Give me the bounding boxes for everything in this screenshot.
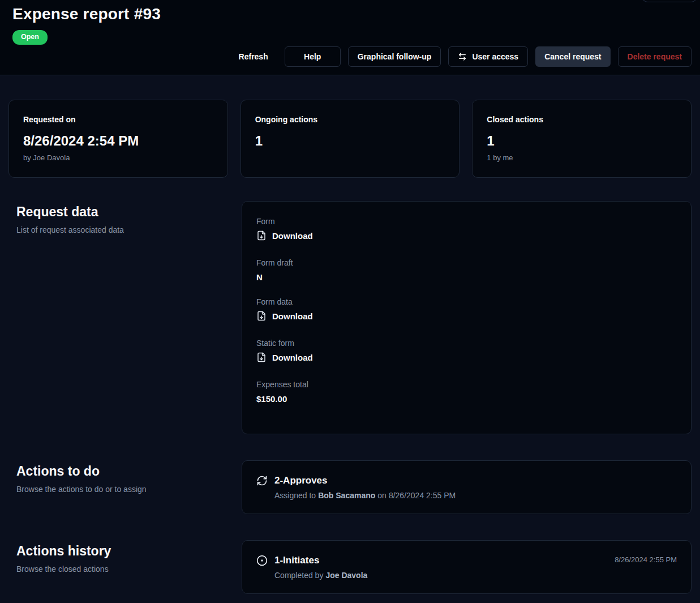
form-download-link[interactable]: Download: [256, 230, 313, 241]
closed-actions-count: 1: [487, 132, 677, 149]
actions-to-do-section: Actions to do Browse the actions to do o…: [8, 460, 692, 514]
closed-actions-card: Closed actions 1 1 by me: [472, 100, 692, 178]
actions-history-section: Actions history Browse the closed action…: [8, 540, 692, 594]
action-title: 2-Approves: [274, 474, 456, 487]
refresh-button[interactable]: Refresh: [230, 46, 277, 67]
form-data-field: Form data Download: [256, 297, 677, 323]
help-button[interactable]: Help: [285, 46, 341, 67]
action-main: 2-Approves Assigned toBob Sacamanoon8/26…: [256, 474, 456, 500]
action-text: 1-Initiates Completed byJoe Davola: [274, 554, 367, 580]
section-heading: Request data: [16, 203, 225, 220]
field-label: Static form: [256, 339, 677, 348]
static-form-field: Static form Download: [256, 339, 677, 365]
download-label: Download: [272, 231, 313, 241]
section-heading: Actions history: [16, 542, 225, 559]
form-draft-field: Form draft N: [256, 258, 677, 282]
assignee-name: Bob Sacamano: [318, 491, 375, 500]
actions-history-panel: 1-Initiates Completed byJoe Davola 8/26/…: [242, 540, 692, 594]
actions-history-heading-block: Actions history Browse the closed action…: [8, 540, 242, 574]
download-label: Download: [272, 311, 313, 321]
refresh-icon: [256, 475, 268, 486]
action-text: 2-Approves Assigned toBob Sacamanoon8/26…: [274, 474, 456, 500]
field-label: Form data: [256, 297, 677, 306]
ongoing-actions-count: 1: [255, 132, 445, 149]
toolbar: Refresh Help Graphical follow-up User ac…: [230, 46, 692, 67]
circle-dot-icon: [256, 555, 268, 566]
action-main: 1-Initiates Completed byJoe Davola: [256, 554, 367, 580]
action-assignment: Assigned toBob Sacamanoon8/26/2024 2:55 …: [274, 491, 456, 500]
history-timestamp: 8/26/2024 2:55 PM: [615, 555, 677, 564]
file-down-icon: [256, 352, 267, 362]
card-title: Closed actions: [487, 115, 677, 124]
requested-on-value: 8/26/2024 2:54 PM: [23, 132, 213, 149]
static-form-download-link[interactable]: Download: [256, 352, 313, 362]
action-to-do-item[interactable]: 2-Approves Assigned toBob Sacamanoon8/26…: [242, 460, 692, 514]
actions-to-do-panel: 2-Approves Assigned toBob Sacamanoon8/26…: [242, 460, 692, 514]
section-subheading: Browse the closed actions: [16, 564, 225, 574]
ongoing-actions-card: Ongoing actions 1: [241, 100, 460, 178]
assigned-prefix: Assigned to: [274, 491, 316, 500]
main-content: Requested on 8/26/2024 2:54 PM by Joe Da…: [0, 100, 700, 594]
request-data-card: Form Download Form draft N Form: [242, 201, 692, 434]
scrolled-element-fragment: [642, 0, 697, 2]
closed-by-me-count: 1 by me: [487, 153, 677, 162]
expenses-total-field: Expenses total $150.00: [256, 380, 677, 404]
request-data-section: Request data List of request associated …: [8, 201, 692, 434]
page-title: Expense report #93: [12, 3, 692, 25]
request-data-heading-block: Request data List of request associated …: [8, 201, 242, 234]
request-data-panel: Form Download Form draft N Form: [242, 201, 692, 434]
user-access-label: User access: [472, 52, 518, 61]
delete-request-button[interactable]: Delete request: [618, 46, 692, 67]
file-down-icon: [256, 311, 267, 321]
user-access-button[interactable]: User access: [448, 46, 528, 67]
file-down-icon: [256, 230, 267, 241]
card-subtext: [255, 153, 445, 162]
action-title: 1-Initiates: [274, 554, 367, 567]
graphical-follow-up-button[interactable]: Graphical follow-up: [348, 46, 441, 67]
requested-by: by Joe Davola: [23, 153, 213, 162]
action-history-item[interactable]: 1-Initiates Completed byJoe Davola 8/26/…: [242, 540, 692, 594]
summary-cards-row: Requested on 8/26/2024 2:54 PM by Joe Da…: [8, 100, 692, 178]
cancel-request-button[interactable]: Cancel request: [535, 46, 610, 67]
form-draft-value: N: [256, 272, 677, 282]
field-label: Form draft: [256, 258, 677, 267]
form-field: Form Download: [256, 217, 677, 243]
expenses-total-value: $150.00: [256, 394, 677, 404]
field-label: Expenses total: [256, 380, 677, 389]
on-word: on: [377, 491, 386, 500]
action-completion: Completed byJoe Davola: [274, 571, 367, 580]
download-label: Download: [272, 353, 313, 362]
status-badge: Open: [12, 30, 48, 45]
section-heading: Actions to do: [16, 463, 225, 480]
section-subheading: List of request associated data: [16, 225, 225, 234]
card-title: Ongoing actions: [255, 115, 445, 124]
expense-report-page: Expense report #93 Open Refresh Help Gra…: [0, 0, 700, 603]
actions-to-do-heading-block: Actions to do Browse the actions to do o…: [8, 460, 242, 494]
completed-prefix: Completed by: [274, 571, 323, 580]
field-label: Form: [256, 217, 677, 226]
form-data-download-link[interactable]: Download: [256, 311, 313, 321]
arrows-left-right-icon: [458, 52, 467, 61]
card-title: Requested on: [23, 115, 213, 124]
requested-on-card: Requested on 8/26/2024 2:54 PM by Joe Da…: [8, 100, 228, 178]
page-header: Expense report #93 Open Refresh Help Gra…: [0, 0, 700, 75]
assigned-timestamp: 8/26/2024 2:55 PM: [389, 491, 456, 500]
completed-by-name: Joe Davola: [325, 571, 367, 580]
section-subheading: Browse the actions to do or to assign: [16, 485, 225, 494]
